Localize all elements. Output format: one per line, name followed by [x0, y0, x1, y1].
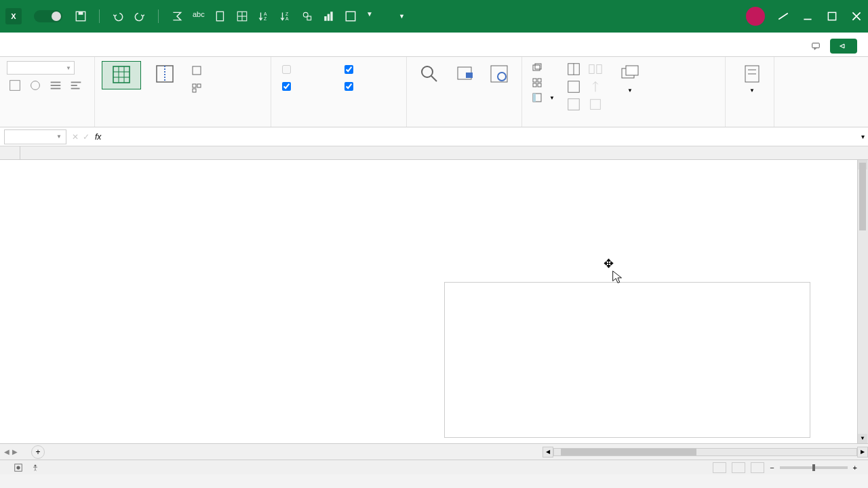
svg-rect-57 — [597, 65, 601, 74]
normal-view-icon — [111, 64, 132, 85]
vertical-scroll-thumb[interactable] — [859, 163, 866, 230]
spreadsheet-grid[interactable]: ▲ ▼ ✥ — [0, 146, 868, 443]
accessibility-status[interactable] — [31, 464, 42, 472]
svg-rect-55 — [568, 99, 580, 110]
svg-rect-45 — [535, 64, 541, 69]
svg-point-66 — [35, 464, 37, 466]
add-sheet-button[interactable]: + — [31, 445, 45, 459]
zoom-selection-button[interactable] — [484, 61, 515, 88]
page-break-preview-button[interactable] — [145, 61, 184, 88]
formula-bar-checkbox[interactable] — [343, 64, 397, 75]
zoom-button[interactable] — [414, 61, 445, 88]
chart-x-categories — [506, 337, 800, 378]
page-layout-status-icon[interactable] — [732, 462, 745, 473]
undo-icon[interactable] — [112, 10, 124, 22]
new-file-icon[interactable] — [214, 10, 226, 22]
svg-rect-18 — [812, 43, 820, 48]
arrange-all-button[interactable] — [529, 76, 557, 89]
split-icon[interactable] — [566, 61, 582, 77]
select-all-corner[interactable] — [0, 146, 20, 160]
freeze-panes-button[interactable]: ▼ — [529, 91, 557, 104]
zoom-slider[interactable] — [780, 466, 848, 469]
tab-nav[interactable]: ◀▶ — [0, 448, 27, 455]
sync-scroll-icon[interactable] — [587, 79, 604, 95]
excel-app-icon: X — [5, 8, 22, 24]
fx-icon[interactable]: fx — [95, 132, 101, 142]
svg-rect-1 — [79, 12, 83, 15]
chevron-down-icon: ▼ — [399, 13, 405, 20]
share-button[interactable] — [830, 39, 857, 54]
minimize-icon[interactable] — [802, 10, 814, 22]
macros-button[interactable]: ▼ — [732, 61, 772, 96]
redo-icon[interactable] — [134, 10, 146, 22]
formula-input[interactable] — [105, 129, 857, 144]
unhide-icon[interactable] — [566, 96, 582, 113]
normal-view-status-icon[interactable] — [713, 462, 726, 473]
keep-view-icon[interactable] — [7, 77, 23, 94]
user-avatar[interactable] — [746, 7, 765, 26]
page-layout-button[interactable] — [189, 64, 208, 77]
svg-rect-35 — [193, 84, 196, 87]
macro-record-icon[interactable] — [14, 463, 23, 472]
svg-rect-47 — [538, 79, 541, 82]
enter-formula-icon[interactable]: ✓ — [83, 132, 90, 142]
custom-views-button[interactable] — [189, 81, 208, 95]
zoom-out-icon[interactable]: − — [770, 464, 774, 472]
ribbon-mode-icon[interactable] — [777, 10, 789, 22]
view-side-icon[interactable] — [587, 61, 604, 77]
svg-rect-44 — [533, 65, 540, 70]
svg-rect-37 — [193, 89, 196, 92]
sheet-view-dropdown[interactable]: ▼ — [7, 61, 75, 75]
vertical-scrollbar[interactable]: ▲ ▼ — [857, 160, 868, 443]
cancel-formula-icon[interactable]: ✕ — [72, 132, 79, 142]
hide-icon[interactable] — [566, 79, 582, 95]
options-view-icon[interactable] — [68, 77, 84, 94]
close-icon[interactable] — [850, 10, 863, 22]
save-icon[interactable] — [75, 10, 87, 22]
chart-x-axis-label — [445, 392, 810, 395]
expand-formula-bar-icon[interactable]: ▾ — [857, 133, 868, 140]
pivot-icon[interactable] — [236, 10, 248, 22]
name-box[interactable]: ▼ — [4, 129, 66, 144]
zoom-100-button[interactable] — [449, 61, 480, 88]
scroll-down-icon[interactable]: ▼ — [858, 434, 867, 443]
autosave-toggle[interactable] — [30, 10, 62, 22]
gridlines-checkbox[interactable] — [281, 81, 335, 92]
scroll-left-icon[interactable]: ◀ — [542, 447, 553, 458]
chevron-down-icon[interactable]: ▼ — [366, 10, 378, 22]
exit-view-icon[interactable] — [27, 77, 43, 94]
reset-pos-icon[interactable] — [587, 96, 604, 113]
svg-rect-22 — [51, 85, 61, 86]
horizontal-scrollbar[interactable]: ◀ ▶ — [542, 447, 868, 458]
svg-rect-11 — [307, 16, 311, 20]
svg-rect-24 — [71, 82, 81, 83]
zoom-100-icon — [454, 63, 475, 85]
sort-asc-icon[interactable]: AZ — [258, 10, 270, 22]
svg-rect-12 — [324, 16, 326, 21]
new-window-button[interactable] — [529, 61, 557, 75]
borders-icon[interactable] — [344, 10, 357, 22]
macros-icon — [741, 63, 763, 85]
svg-rect-49 — [538, 83, 541, 87]
zoom-in-icon[interactable]: + — [853, 464, 857, 472]
headings-checkbox[interactable] — [343, 81, 397, 92]
page-break-status-icon[interactable] — [751, 462, 764, 473]
scroll-right-icon[interactable]: ▶ — [857, 447, 868, 458]
document-title[interactable]: ▼ — [395, 13, 405, 20]
svg-rect-48 — [533, 83, 536, 87]
chart-icon[interactable] — [323, 10, 335, 22]
chart-title — [445, 283, 810, 291]
autosum-icon[interactable] — [171, 10, 183, 22]
switch-windows-button[interactable]: ▼ — [610, 61, 650, 96]
sort-desc-icon[interactable]: ZA — [279, 10, 292, 22]
horizontal-scroll-thumb[interactable] — [561, 449, 696, 455]
normal-view-button[interactable] — [102, 61, 141, 89]
ruler-checkbox[interactable] — [281, 64, 335, 75]
spellcheck-icon[interactable]: abc — [193, 10, 205, 22]
summary-chart[interactable] — [444, 282, 810, 438]
new-view-icon[interactable] — [47, 77, 64, 94]
comments-button[interactable] — [811, 41, 823, 51]
maximize-icon[interactable] — [826, 10, 838, 22]
shapes-icon[interactable] — [301, 10, 313, 22]
sheet-tabs-bar: ◀▶ + ◀ ▶ — [0, 443, 868, 460]
